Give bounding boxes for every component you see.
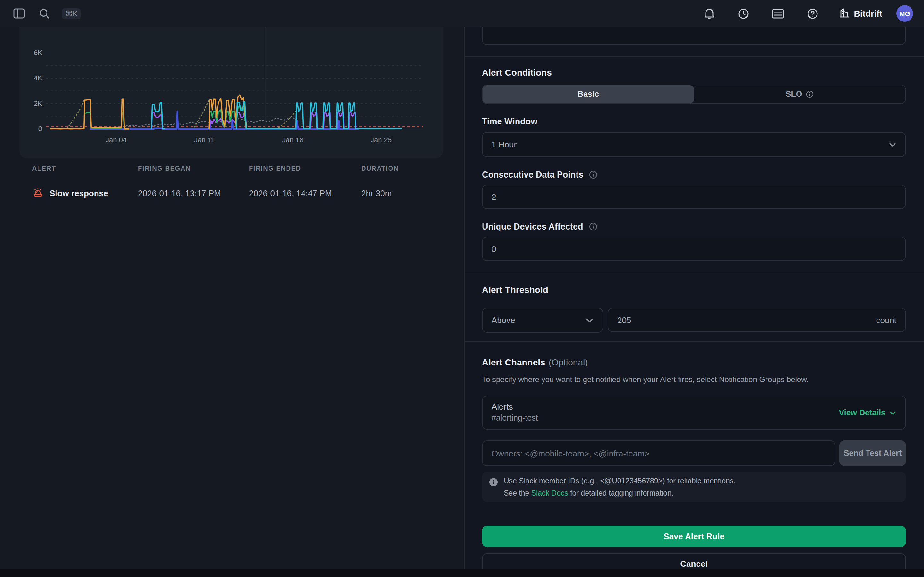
group-name: Alerts: [491, 402, 538, 413]
cancel-button[interactable]: Cancel: [482, 553, 906, 569]
svg-text:Jan 25: Jan 25: [371, 136, 392, 144]
slack-note-line2: See the Slack Docs for detailed tagging …: [504, 489, 736, 497]
svg-text:Jan 04: Jan 04: [105, 136, 127, 144]
threshold-value-input[interactable]: 205 count: [607, 308, 906, 332]
help-circle-icon: [807, 8, 818, 19]
left-panel: 02K4K6KJan 04Jan 11Jan 18Jan 25 ALERT FI…: [0, 27, 464, 569]
search-button[interactable]: [37, 5, 53, 21]
notifications-button[interactable]: [701, 5, 717, 22]
search-icon: [39, 8, 50, 19]
unique-devices-label: Unique Devices Affected: [482, 222, 906, 231]
keyboard-icon: [772, 9, 784, 18]
owners-input[interactable]: Owners: <@mobile-team>, <@infra-team>: [482, 440, 835, 466]
view-details-label: View Details: [839, 408, 885, 417]
col-firing-began: FIRING BEGAN: [138, 165, 249, 172]
firing-ended-value: 2026-01-16, 14:47 PM: [249, 189, 361, 198]
send-test-alert-button[interactable]: Send Test Alert: [839, 440, 906, 466]
screen: ⌘K: [0, 0, 924, 577]
alerts-chart-card: 02K4K6KJan 04Jan 11Jan 18Jan 25: [19, 27, 443, 158]
avatar[interactable]: MG: [897, 5, 913, 22]
alert-conditions-title: Alert Conditions: [482, 67, 906, 77]
firing-began-value: 2026-01-16, 13:17 PM: [138, 189, 249, 198]
divider: [465, 341, 924, 342]
alert-history-table: ALERT FIRING BEGAN FIRING ENDED DURATION: [32, 165, 438, 200]
main-content: 02K4K6KJan 04Jan 11Jan 18Jan 25 ALERT FI…: [0, 27, 924, 569]
divider: [465, 56, 924, 57]
col-duration: DURATION: [361, 165, 438, 172]
alert-channels-title: Alert Channels (Optional): [482, 357, 906, 367]
description-input[interactable]: e.g. Alert when network request failures…: [482, 27, 906, 45]
save-alert-rule-button[interactable]: Save Alert Rule: [482, 526, 906, 547]
col-firing-ended: FIRING ENDED: [249, 165, 361, 172]
bitdrift-app: ⌘K: [0, 0, 924, 569]
threshold-unit: count: [876, 315, 897, 325]
threshold-comparator-select[interactable]: Above: [482, 308, 603, 333]
time-window-value: 1 Hour: [491, 140, 517, 149]
group-channel: #alerting-test: [491, 413, 538, 424]
notification-group-card[interactable]: Alerts #alerting-test View Details: [482, 396, 906, 430]
info-filled-icon: [489, 478, 498, 497]
org-name: Bitdrift: [854, 9, 883, 18]
threshold-comparator-value: Above: [491, 316, 515, 325]
threshold-value: 205: [617, 315, 631, 325]
clock-icon: [738, 8, 749, 19]
alert-rule-form: e.g. Alert when network request failures…: [464, 27, 924, 569]
svg-text:Jan 11: Jan 11: [194, 136, 215, 144]
siren-icon: [32, 187, 49, 200]
alert-conditions-tabs: Basic SLO: [482, 85, 906, 104]
chevron-down-icon: [885, 408, 897, 417]
info-icon[interactable]: [590, 171, 598, 179]
building-icon: [838, 7, 850, 20]
divider: [465, 274, 924, 274]
search-shortcut-badge: ⌘K: [61, 8, 81, 19]
tab-slo-label: SLO: [786, 90, 802, 99]
info-icon: [806, 90, 814, 98]
tab-basic-label: Basic: [577, 90, 599, 99]
topbar-right: Bitdrift MG: [683, 5, 913, 22]
unique-devices-input[interactable]: 0: [482, 237, 906, 261]
alert-channels-description: To specify where you want to get notifie…: [482, 375, 906, 384]
history-button[interactable]: [735, 5, 751, 21]
shortcuts-button[interactable]: [769, 6, 787, 21]
alert-threshold-title: Alert Threshold: [482, 285, 906, 295]
chevron-down-icon: [889, 140, 897, 149]
alert-table-header: ALERT FIRING BEGAN FIRING ENDED DURATION: [32, 165, 438, 172]
slack-docs-link[interactable]: Slack Docs: [531, 489, 568, 497]
svg-text:2K: 2K: [34, 99, 42, 107]
alert-threshold-row: Above 205 count: [482, 308, 906, 333]
svg-text:6K: 6K: [34, 49, 42, 57]
slack-note-line1: Use Slack member IDs (e.g., <@U012345678…: [504, 477, 736, 485]
table-row[interactable]: Slow response 2026-01-16, 13:17 PM 2026-…: [32, 187, 438, 200]
time-window-label: Time Window: [482, 117, 906, 126]
svg-text:0: 0: [39, 125, 42, 133]
consecutive-data-points-input[interactable]: 2: [482, 185, 906, 209]
slack-note: Use Slack member IDs (e.g., <@U012345678…: [482, 472, 906, 502]
unique-devices-value: 0: [491, 244, 496, 253]
optional-label: (Optional): [549, 357, 588, 367]
tab-basic[interactable]: Basic: [483, 85, 694, 103]
consecutive-data-points-label: Consecutive Data Points: [482, 170, 906, 179]
info-icon[interactable]: [589, 222, 598, 231]
owners-placeholder: Owners: <@mobile-team>, <@infra-team>: [491, 448, 649, 458]
alert-name: Slow response: [49, 189, 108, 198]
tab-slo[interactable]: SLO: [694, 85, 905, 103]
svg-text:Jan 18: Jan 18: [282, 136, 304, 144]
topbar-left: ⌘K: [11, 5, 81, 21]
org-switcher[interactable]: Bitdrift: [838, 7, 883, 20]
consecutive-data-points-value: 2: [491, 192, 496, 201]
help-button[interactable]: [804, 5, 821, 21]
panel-left-icon: [13, 8, 25, 19]
sidebar-toggle-button[interactable]: [11, 6, 27, 21]
topbar: ⌘K: [0, 0, 924, 27]
view-details-button[interactable]: View Details: [839, 408, 897, 417]
duration-value: 2hr 30m: [361, 189, 438, 198]
notification-group-info: Alerts #alerting-test: [491, 402, 538, 424]
bell-icon: [704, 8, 715, 19]
col-alert: ALERT: [32, 165, 138, 172]
owners-row: Owners: <@mobile-team>, <@infra-team> Se…: [482, 440, 906, 466]
svg-text:4K: 4K: [34, 74, 42, 82]
time-window-select[interactable]: 1 Hour: [482, 132, 906, 157]
alerts-chart[interactable]: 02K4K6KJan 04Jan 11Jan 18Jan 25: [19, 27, 443, 158]
chevron-down-icon: [586, 316, 594, 325]
